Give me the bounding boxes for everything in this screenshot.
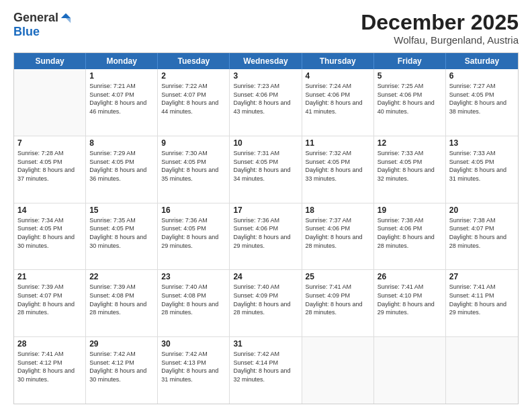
day-number: 18 [306,205,370,215]
day-info: Sunrise: 7:40 AMSunset: 4:08 PMDaylight:… [161,283,226,316]
day-number: 6 [449,71,515,81]
calendar-cell: 26Sunrise: 7:41 AMSunset: 4:10 PMDayligh… [374,270,446,336]
calendar-cell: 16Sunrise: 7:36 AMSunset: 4:05 PMDayligh… [158,203,230,270]
day-number: 7 [17,138,82,148]
day-info: Sunrise: 7:30 AMSunset: 4:05 PMDaylight:… [161,149,226,183]
day-info: Sunrise: 7:41 AMSunset: 4:12 PMDaylight:… [17,350,82,383]
title-section: December 2025 Wolfau, Burgenland, Austri… [361,11,519,46]
main-container: General Blue December 2025 Wolfau, Burge… [0,0,532,411]
day-info: Sunrise: 7:32 AMSunset: 4:05 PMDaylight:… [306,149,370,183]
calendar-cell: 31Sunrise: 7:42 AMSunset: 4:14 PMDayligh… [230,337,302,404]
day-number: 14 [17,205,82,215]
day-number: 21 [17,272,82,281]
day-number: 24 [233,272,298,281]
day-info: Sunrise: 7:38 AMSunset: 4:07 PMDaylight:… [449,216,515,250]
day-info: Sunrise: 7:39 AMSunset: 4:07 PMDaylight:… [17,283,82,316]
day-info: Sunrise: 7:31 AMSunset: 4:05 PMDaylight:… [233,149,298,183]
day-number: 12 [378,138,442,148]
day-number: 1 [89,71,154,81]
location: Wolfau, Burgenland, Austria [361,34,519,46]
calendar-cell: 13Sunrise: 7:33 AMSunset: 4:05 PMDayligh… [446,136,518,203]
day-info: Sunrise: 7:42 AMSunset: 4:12 PMDaylight:… [89,350,154,383]
day-info: Sunrise: 7:41 AMSunset: 4:09 PMDaylight:… [306,283,370,316]
day-number: 2 [161,71,226,81]
calendar-cell: 19Sunrise: 7:38 AMSunset: 4:06 PMDayligh… [374,203,446,270]
calendar-header: SundayMondayTuesdayWednesdayThursdayFrid… [14,53,518,69]
calendar-cell: 25Sunrise: 7:41 AMSunset: 4:09 PMDayligh… [302,270,374,336]
calendar-row-5: 28Sunrise: 7:41 AMSunset: 4:12 PMDayligh… [14,337,518,404]
day-number: 31 [233,339,298,349]
calendar-cell: 17Sunrise: 7:36 AMSunset: 4:06 PMDayligh… [230,203,302,270]
day-info: Sunrise: 7:41 AMSunset: 4:11 PMDaylight:… [449,283,515,316]
logo-icon [60,12,72,24]
calendar-row-4: 21Sunrise: 7:39 AMSunset: 4:07 PMDayligh… [14,270,518,337]
calendar-cell: 30Sunrise: 7:42 AMSunset: 4:13 PMDayligh… [158,337,230,404]
calendar-cell: 9Sunrise: 7:30 AMSunset: 4:05 PMDaylight… [158,136,230,203]
header-day-tuesday: Tuesday [158,53,230,69]
day-number: 25 [306,272,370,281]
day-info: Sunrise: 7:37 AMSunset: 4:06 PMDaylight:… [306,216,370,250]
header-day-monday: Monday [86,53,158,69]
calendar-cell: 3Sunrise: 7:23 AMSunset: 4:06 PMDaylight… [230,69,302,136]
day-info: Sunrise: 7:34 AMSunset: 4:05 PMDaylight:… [17,216,82,250]
day-info: Sunrise: 7:38 AMSunset: 4:06 PMDaylight:… [378,216,442,250]
calendar-cell: 14Sunrise: 7:34 AMSunset: 4:05 PMDayligh… [14,203,86,270]
calendar-cell: 5Sunrise: 7:25 AMSunset: 4:06 PMDaylight… [374,69,446,136]
calendar-cell: 24Sunrise: 7:40 AMSunset: 4:09 PMDayligh… [230,270,302,336]
day-number: 15 [89,205,154,215]
calendar-cell: 21Sunrise: 7:39 AMSunset: 4:07 PMDayligh… [14,270,86,336]
day-info: Sunrise: 7:28 AMSunset: 4:05 PMDaylight:… [17,149,82,183]
calendar-cell: 1Sunrise: 7:21 AMSunset: 4:07 PMDaylight… [86,69,158,136]
calendar-cell: 20Sunrise: 7:38 AMSunset: 4:07 PMDayligh… [446,203,518,270]
calendar-cell: 10Sunrise: 7:31 AMSunset: 4:05 PMDayligh… [230,136,302,203]
month-title: December 2025 [361,11,519,34]
logo-general-text: General [13,11,58,25]
header-day-thursday: Thursday [302,53,374,69]
calendar-row-1: 1Sunrise: 7:21 AMSunset: 4:07 PMDaylight… [14,69,518,136]
calendar-cell [14,69,86,136]
day-number: 4 [306,71,370,81]
calendar-cell [302,337,374,404]
day-number: 10 [233,138,298,148]
calendar-cell: 6Sunrise: 7:27 AMSunset: 4:05 PMDaylight… [446,69,518,136]
header-day-friday: Friday [374,53,446,69]
calendar-cell: 8Sunrise: 7:29 AMSunset: 4:05 PMDaylight… [86,136,158,203]
day-number: 17 [233,205,298,215]
calendar-cell [446,337,518,404]
day-info: Sunrise: 7:42 AMSunset: 4:13 PMDaylight:… [161,350,226,383]
day-number: 3 [233,71,298,81]
calendar-cell: 4Sunrise: 7:24 AMSunset: 4:06 PMDaylight… [302,69,374,136]
day-info: Sunrise: 7:36 AMSunset: 4:06 PMDaylight:… [233,216,298,250]
logo: General Blue [13,11,72,39]
logo-blue-text: Blue [13,25,40,39]
calendar-cell: 18Sunrise: 7:37 AMSunset: 4:06 PMDayligh… [302,203,374,270]
svg-marker-1 [66,18,71,23]
day-info: Sunrise: 7:22 AMSunset: 4:07 PMDaylight:… [161,82,226,116]
day-info: Sunrise: 7:40 AMSunset: 4:09 PMDaylight:… [233,283,298,316]
calendar-row-3: 14Sunrise: 7:34 AMSunset: 4:05 PMDayligh… [14,203,518,271]
calendar-cell: 23Sunrise: 7:40 AMSunset: 4:08 PMDayligh… [158,270,230,336]
calendar-row-2: 7Sunrise: 7:28 AMSunset: 4:05 PMDaylight… [14,136,518,203]
day-info: Sunrise: 7:24 AMSunset: 4:06 PMDaylight:… [306,82,370,116]
day-number: 22 [89,272,154,281]
day-info: Sunrise: 7:25 AMSunset: 4:06 PMDaylight:… [378,82,442,116]
day-number: 11 [306,138,370,148]
day-number: 30 [161,339,226,349]
calendar-cell: 29Sunrise: 7:42 AMSunset: 4:12 PMDayligh… [86,337,158,404]
day-number: 19 [378,205,442,215]
header-day-sunday: Sunday [14,53,86,69]
day-info: Sunrise: 7:21 AMSunset: 4:07 PMDaylight:… [89,82,154,116]
day-number: 5 [378,71,442,81]
day-info: Sunrise: 7:39 AMSunset: 4:08 PMDaylight:… [89,283,154,316]
day-number: 23 [161,272,226,281]
calendar-cell: 28Sunrise: 7:41 AMSunset: 4:12 PMDayligh… [14,337,86,404]
calendar-cell: 15Sunrise: 7:35 AMSunset: 4:05 PMDayligh… [86,203,158,270]
header: General Blue December 2025 Wolfau, Burge… [13,11,519,46]
day-info: Sunrise: 7:29 AMSunset: 4:05 PMDaylight:… [89,149,154,183]
day-info: Sunrise: 7:36 AMSunset: 4:05 PMDaylight:… [161,216,226,250]
calendar-cell: 12Sunrise: 7:33 AMSunset: 4:05 PMDayligh… [374,136,446,203]
day-number: 26 [378,272,442,281]
day-info: Sunrise: 7:42 AMSunset: 4:14 PMDaylight:… [233,350,298,383]
calendar-cell: 27Sunrise: 7:41 AMSunset: 4:11 PMDayligh… [446,270,518,336]
day-info: Sunrise: 7:33 AMSunset: 4:05 PMDaylight:… [449,149,515,183]
